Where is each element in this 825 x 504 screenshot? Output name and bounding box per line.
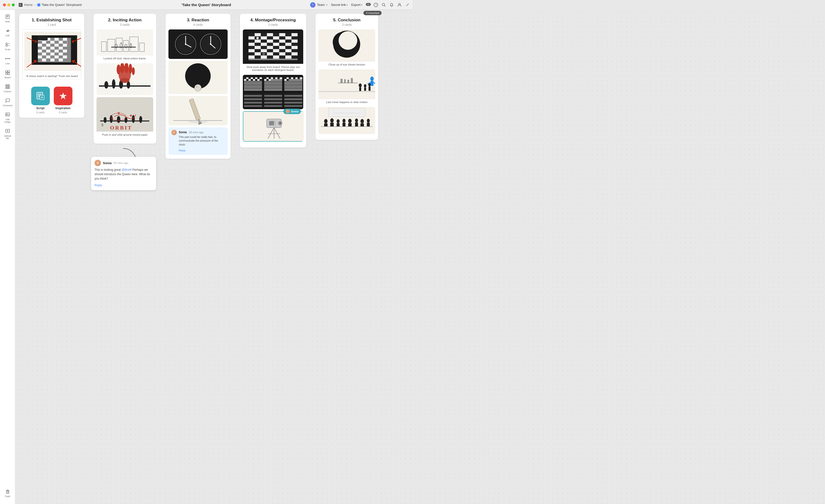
svg-rect-53	[55, 50, 59, 53]
svg-point-137	[195, 84, 201, 91]
close-button[interactable]	[3, 3, 6, 6]
column-inciting-action: 2. Inciting Action 3 cards	[93, 14, 156, 144]
link-icon	[5, 28, 11, 33]
svg-rect-222	[257, 77, 259, 79]
svg-rect-292	[284, 98, 302, 100]
svg-rect-281	[264, 95, 282, 97]
card-blue-figure[interactable]: Last move happens in slow motion	[318, 69, 375, 105]
column-2-title: 2. Inciting Action	[96, 18, 153, 22]
card-building[interactable]: Locked off shot. Hand enters frame.	[96, 29, 153, 61]
svg-rect-224	[244, 79, 246, 81]
sidebar-item-upload[interactable]: Upload file	[1, 126, 14, 142]
expand-icon[interactable]: ⤢	[405, 3, 409, 7]
sidebar-item-note[interactable]: Note	[1, 12, 14, 25]
svg-rect-249	[264, 81, 282, 82]
svg-rect-193	[291, 49, 298, 52]
breadcrumb-home[interactable]: Home	[24, 3, 33, 7]
svg-rect-250	[264, 82, 282, 84]
svg-rect-46	[55, 44, 59, 47]
svg-rect-154	[248, 36, 254, 39]
sidebar: Note Link To-do Line Board Column Comm	[0, 10, 15, 252]
svg-rect-189	[267, 49, 273, 52]
svg-rect-171	[254, 43, 261, 46]
card-moon[interactable]: Close up of eye shows tension	[318, 29, 375, 68]
svg-rect-276	[244, 102, 262, 103]
upload-icon	[5, 128, 11, 134]
user-icon[interactable]	[397, 3, 402, 7]
card-hand[interactable]	[96, 63, 153, 95]
card-pencil[interactable]	[168, 96, 228, 125]
svg-rect-253	[264, 88, 282, 89]
svg-rect-25	[7, 85, 8, 89]
inline-comment-reply[interactable]: Reply	[179, 149, 185, 152]
svg-rect-268	[284, 86, 302, 88]
unsorted-badge: 3 Unsorted	[363, 11, 382, 15]
sonia-tag: Sonia	[283, 109, 301, 114]
card-chessboards[interactable]	[243, 75, 303, 109]
comment-time-sonia: 50 mins ago	[114, 161, 128, 164]
svg-rect-225	[246, 79, 248, 81]
svg-rect-241	[271, 77, 273, 79]
sidebar-item-column[interactable]: Column	[1, 82, 14, 95]
comment-reply-sonia[interactable]: Reply	[94, 183, 102, 187]
svg-rect-151	[279, 33, 285, 36]
column-2-wrapper: 2. Inciting Action 3 cards	[93, 14, 161, 144]
notification-bell-icon[interactable]	[389, 3, 394, 7]
svg-rect-261	[298, 77, 300, 79]
card-projector-highlighted[interactable]: Sonia	[243, 111, 303, 142]
svg-rect-165	[267, 39, 273, 43]
svg-point-310	[339, 31, 357, 50]
secret-link-button[interactable]: Secret link ▾	[331, 3, 348, 7]
sidebar-item-board[interactable]: Board	[1, 68, 14, 81]
svg-rect-175	[279, 43, 285, 46]
sidebar-item-link[interactable]: Link	[1, 26, 14, 39]
breadcrumb-current: 'Take the Queen' Storyboard	[37, 3, 81, 7]
svg-rect-44	[38, 44, 42, 47]
note-label: Note	[5, 20, 10, 23]
home-icon[interactable]: X	[19, 3, 22, 7]
tablet-icon[interactable]: 65	[366, 3, 370, 7]
svg-rect-168	[285, 39, 291, 43]
svg-point-113	[117, 116, 120, 123]
comment-label: Comment	[3, 104, 12, 107]
svg-rect-341	[355, 122, 358, 127]
card-clocks[interactable]	[168, 29, 228, 59]
svg-point-338	[348, 119, 352, 123]
svg-rect-282	[264, 97, 282, 98]
card-circle[interactable]	[168, 61, 228, 94]
canvas[interactable]: 1. Establishing Shot 1 card	[15, 10, 412, 252]
script-card[interactable]: Script 0 cards	[31, 87, 50, 114]
inspiration-card[interactable]: Inspiration 0 cards	[53, 87, 73, 114]
team-button[interactable]: T Team ▾	[310, 2, 327, 8]
card-chess[interactable]: "A chess match is starting!" Push into b…	[22, 29, 81, 79]
svg-rect-40	[42, 41, 46, 44]
svg-rect-23	[8, 73, 10, 75]
sonia-tag-avatar	[286, 109, 290, 113]
card-audience[interactable]	[318, 107, 375, 134]
comment-sonia-brett: S Sonia 50 mins ago This is looking grea…	[91, 157, 156, 190]
help-icon[interactable]: ?	[374, 3, 378, 7]
sidebar-item-line[interactable]: Line	[1, 54, 14, 67]
card-chess-top[interactable]: Slow push away from board. Pieces play o…	[243, 29, 303, 73]
svg-rect-200	[285, 52, 291, 56]
comment-avatar-sonia: S	[94, 160, 101, 166]
search-icon[interactable]	[382, 3, 386, 7]
add-image-icon	[5, 112, 11, 117]
export-button[interactable]: Export ▾	[351, 3, 362, 7]
link-label: Link	[5, 34, 10, 37]
card-orbit[interactable]: ORBIT $ Push in and orbit around moved p…	[96, 97, 153, 138]
minimize-button[interactable]	[7, 3, 10, 6]
sidebar-item-todo[interactable]: To-do	[1, 40, 14, 53]
svg-point-319	[370, 77, 374, 81]
svg-point-344	[367, 119, 370, 123]
sidebar-item-add-image[interactable]: Add image	[1, 110, 14, 125]
maximize-button[interactable]	[12, 3, 15, 6]
column-5-title: 5. Conclusion	[318, 18, 375, 22]
svg-rect-197	[267, 52, 273, 56]
svg-rect-190	[273, 49, 279, 52]
svg-rect-156	[261, 36, 267, 39]
svg-rect-22	[6, 73, 7, 75]
svg-rect-289	[284, 93, 302, 95]
svg-rect-223	[259, 77, 262, 79]
sidebar-item-comment[interactable]: Comment	[1, 96, 14, 109]
